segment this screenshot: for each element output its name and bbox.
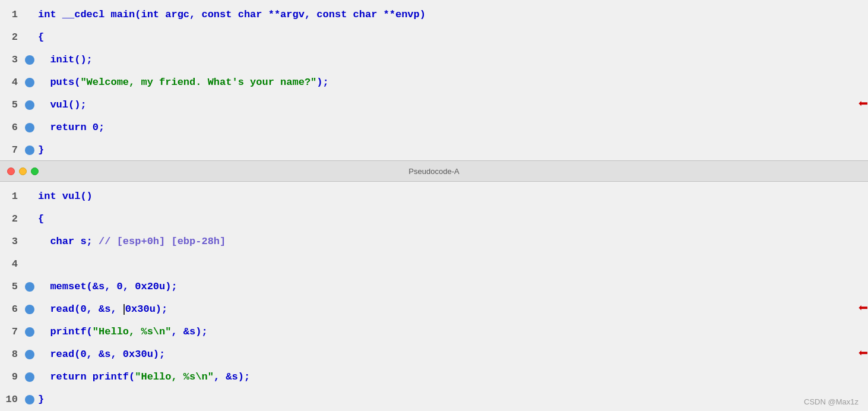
code-line: 5 vul();⬅ xyxy=(0,94,868,116)
breakpoint-dot xyxy=(25,350,34,359)
code-line: 4 puts("Welcome, my friend. What's your … xyxy=(0,71,868,94)
line-number: 4 xyxy=(0,253,25,276)
line-number: 1 xyxy=(0,4,25,26)
code-line: 1int vul() xyxy=(0,185,868,208)
code-line: 2{ xyxy=(0,26,868,49)
line-number: 6 xyxy=(0,298,25,321)
breakpoint-dot xyxy=(25,55,34,65)
code-content: { xyxy=(38,26,868,49)
breakpoint-dot xyxy=(25,237,34,246)
window-title-bar: Pseudocode-A xyxy=(0,160,868,182)
line-number: 5 xyxy=(0,276,25,298)
line-number: 10 xyxy=(0,388,25,411)
line-number: 8 xyxy=(0,343,25,366)
breakpoint-dot xyxy=(25,192,34,201)
breakpoint-dot xyxy=(25,214,34,224)
code-content: int __cdecl main(int argc, const char **… xyxy=(38,4,868,26)
traffic-lights xyxy=(7,167,39,175)
breakpoint-dot xyxy=(25,10,34,20)
bottom-code-pane: 1int vul()2{3 char s; // [esp+0h] [ebp-2… xyxy=(0,182,868,411)
code-content: read(0, &s, 0x30u); xyxy=(38,298,853,321)
code-content: char s; // [esp+0h] [ebp-28h] xyxy=(38,230,868,253)
close-button[interactable] xyxy=(7,167,15,175)
code-line: 6 read(0, &s, 0x30u);⬅ xyxy=(0,298,868,321)
line-number: 2 xyxy=(0,26,25,49)
watermark: CSDN @Max1z xyxy=(804,397,859,406)
code-line: 6 return 0; xyxy=(0,116,868,139)
code-content: return printf("Hello, %s\n", &s); xyxy=(38,366,868,388)
top-code-pane: 1int __cdecl main(int argc, const char *… xyxy=(0,0,868,160)
line-number: 2 xyxy=(0,208,25,230)
code-line: 2{ xyxy=(0,208,868,230)
line-number: 3 xyxy=(0,49,25,71)
arrow-icon: ⬅ xyxy=(858,94,868,116)
breakpoint-dot xyxy=(25,282,34,292)
code-content: int vul() xyxy=(38,185,868,208)
breakpoint-dot xyxy=(25,78,34,87)
line-number: 7 xyxy=(0,321,25,343)
line-number: 3 xyxy=(0,230,25,253)
code-line: 9 return printf("Hello, %s\n", &s); xyxy=(0,366,868,388)
breakpoint-dot xyxy=(25,372,34,382)
code-line: 8 read(0, &s, 0x30u);⬅ xyxy=(0,343,868,366)
code-content: printf("Hello, %s\n", &s); xyxy=(38,321,868,343)
code-content: } xyxy=(38,388,868,411)
code-content: vul(); xyxy=(38,94,853,116)
breakpoint-dot xyxy=(25,260,34,269)
maximize-button[interactable] xyxy=(31,167,39,175)
breakpoint-dot xyxy=(25,33,34,42)
breakpoint-dot xyxy=(25,327,34,337)
code-line: 5 memset(&s, 0, 0x20u); xyxy=(0,276,868,298)
arrow-icon: ⬅ xyxy=(858,343,868,366)
breakpoint-dot xyxy=(25,146,34,155)
top-code-container: 1int __cdecl main(int argc, const char *… xyxy=(0,0,868,160)
code-content: memset(&s, 0, 0x20u); xyxy=(38,276,868,298)
code-line: 10} xyxy=(0,388,868,411)
line-number: 4 xyxy=(0,71,25,94)
line-number: 1 xyxy=(0,185,25,208)
bottom-code-container: 1int vul()2{3 char s; // [esp+0h] [ebp-2… xyxy=(0,182,868,411)
code-line: 7} xyxy=(0,139,868,160)
code-content: read(0, &s, 0x30u); xyxy=(38,343,853,366)
code-content: init(); xyxy=(38,49,868,71)
arrow-icon: ⬅ xyxy=(858,298,868,321)
code-line: 3 char s; // [esp+0h] [ebp-28h] xyxy=(0,230,868,253)
line-number: 6 xyxy=(0,116,25,139)
code-line: 1int __cdecl main(int argc, const char *… xyxy=(0,4,868,26)
line-number: 7 xyxy=(0,139,25,160)
code-line: 3 init(); xyxy=(0,49,868,71)
code-content: { xyxy=(38,208,868,230)
code-content: return 0; xyxy=(38,116,868,139)
window-title: Pseudocode-A xyxy=(408,167,459,176)
line-number: 9 xyxy=(0,366,25,388)
breakpoint-dot xyxy=(25,123,34,132)
minimize-button[interactable] xyxy=(19,167,27,175)
code-content: } xyxy=(38,139,868,160)
code-line: 7 printf("Hello, %s\n", &s); xyxy=(0,321,868,343)
line-number: 5 xyxy=(0,94,25,116)
breakpoint-dot xyxy=(25,305,34,314)
code-line: 4 xyxy=(0,253,868,276)
breakpoint-dot xyxy=(25,100,34,110)
code-content: puts("Welcome, my friend. What's your na… xyxy=(38,71,868,94)
breakpoint-dot xyxy=(25,395,34,404)
